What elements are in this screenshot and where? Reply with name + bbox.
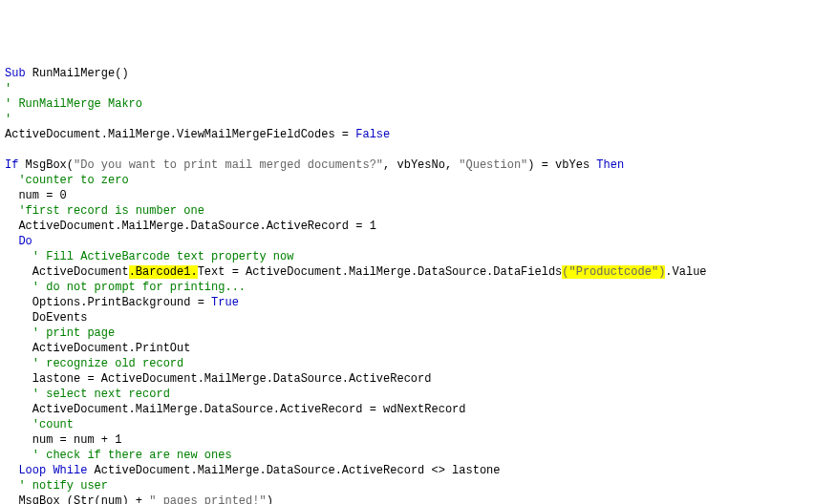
comment: ' [5, 113, 11, 126]
code-text: , vbYesNo, [383, 158, 459, 172]
code-text: ) = vbYes [527, 158, 596, 172]
code-text: ) [267, 494, 273, 504]
comment: ' notify user [5, 479, 108, 493]
sub-name: RunMailMerge() [26, 67, 129, 80]
code-line: ActiveDocument.PrintOut [5, 342, 190, 355]
highlight-productcode: ("Productcode") [562, 265, 665, 279]
code-text: .Value [665, 265, 706, 279]
code-line: DoEvents [5, 311, 87, 325]
comment: 'first record is number one [5, 204, 204, 218]
code-line: ActiveDocument.MailMerge.DataSource.Acti… [5, 220, 376, 233]
code-line: ActiveDocument.MailMerge.ViewMailMergeFi… [5, 128, 390, 141]
keyword-loop-while: Loop While [5, 464, 87, 477]
comment: ' select next record [5, 388, 170, 401]
keyword-sub: Sub [5, 67, 26, 80]
comment: ' RunMailMerge Makro [5, 97, 142, 111]
comment: 'counter to zero [5, 174, 129, 187]
code-text: MsgBox( [18, 158, 74, 172]
keyword-false: False [355, 128, 390, 141]
comment: ' print page [5, 326, 115, 340]
code-line: MsgBox (Str(num) + " pages printed!") [5, 494, 273, 504]
code-line: Options.PrintBackground = True [5, 296, 239, 309]
keyword-if: If [5, 158, 18, 172]
comment: ' do not prompt for printing... [5, 281, 246, 294]
code-line: num = 0 [5, 189, 67, 202]
highlight-barcode: .Barcode1. [129, 265, 198, 279]
comment: ' Fill ActiveBarcode text property now [5, 250, 293, 263]
code-line: ActiveDocument.Barcode1.Text = ActiveDoc… [5, 265, 707, 279]
code-line: ActiveDocument.MailMerge.DataSource.Acti… [5, 403, 465, 416]
code-text: MsgBox (Str(num) + [5, 494, 149, 504]
keyword-then: Then [596, 158, 624, 172]
string-literal: "Do you want to print mail merged docume… [74, 158, 383, 172]
keyword-true: True [211, 296, 239, 309]
code-text: ActiveDocument.MailMerge.DataSource.Acti… [87, 464, 500, 477]
string-literal: " pages printed!" [149, 494, 266, 504]
code-line: If MsgBox("Do you want to print mail mer… [5, 158, 624, 172]
code-text: Text = ActiveDocument.MailMerge.DataSour… [198, 265, 563, 279]
code-line: Loop While ActiveDocument.MailMerge.Data… [5, 464, 501, 477]
keyword-do: Do [5, 235, 32, 248]
comment: ' check if there are new ones [5, 449, 232, 462]
string-literal: "Question" [459, 158, 527, 172]
comment: ' [5, 82, 11, 95]
code-text: ActiveDocument [5, 265, 129, 279]
comment: 'count [5, 418, 74, 431]
code-line: lastone = ActiveDocument.MailMerge.DataS… [5, 372, 431, 386]
code-text: Options.PrintBackground = [5, 296, 211, 309]
code-text: ActiveDocument.MailMerge.ViewMailMergeFi… [5, 128, 355, 141]
code-line: Sub RunMailMerge() [5, 67, 129, 80]
code-block: Sub RunMailMerge() ' ' RunMailMerge Makr… [5, 66, 831, 504]
code-line: num = num + 1 [5, 433, 121, 447]
comment: ' recognize old record [5, 357, 183, 370]
